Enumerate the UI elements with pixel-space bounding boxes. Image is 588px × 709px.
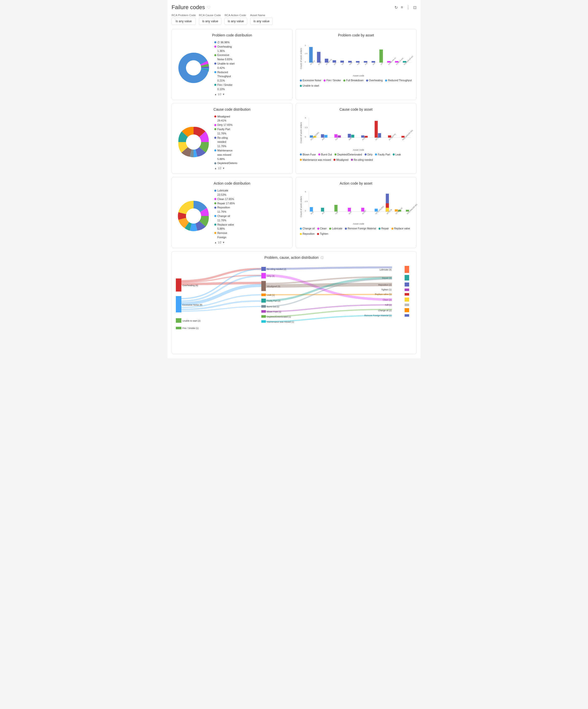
svg-text:0: 0: [305, 210, 306, 212]
cause-dist-nav: ▲1/2▼: [214, 167, 288, 169]
filter-label-1: RCA Cause Code: [199, 14, 221, 17]
problem-dist-content: ∅ 96.98% Overheating 1.36% Excessive Noi…: [176, 40, 288, 96]
filter-btn-3[interactable]: is any value: [250, 18, 273, 25]
action-asset-chart: 5 2.5 0: [305, 188, 412, 225]
svg-rect-45: [348, 134, 351, 137]
problem-dist-card: Problem code distribution: [171, 29, 292, 100]
svg-text:2.5: 2.5: [305, 200, 308, 203]
action-dist-content: Lubricate 23.53% Clean 17.65% Repair 17.…: [176, 188, 288, 244]
filter-problem-code: RCA Problem Code is any value: [171, 14, 196, 25]
svg-rect-130: [404, 314, 409, 317]
svg-rect-116: [404, 275, 409, 280]
svg-text:5: 5: [305, 117, 306, 119]
svg-rect-10: [333, 60, 336, 62]
svg-text:2.5: 2.5: [305, 126, 308, 128]
svg-rect-70: [348, 208, 351, 212]
svg-rect-104: [261, 298, 266, 303]
filter-btn-1[interactable]: is any value: [199, 18, 221, 25]
svg-text:5: 5: [305, 45, 306, 46]
svg-rect-11: [340, 60, 344, 62]
svg-rect-16: [379, 49, 383, 62]
cause-asset-title: Cause code by asset: [300, 107, 412, 111]
svg-rect-46: [351, 135, 354, 137]
problem-charts-row: Problem code distribution: [171, 29, 416, 100]
problem-dist-legend: ∅ 96.98% Overheating 1.36% Excessive Noi…: [214, 40, 288, 91]
action-asset-x-label: Asset code: [305, 222, 412, 225]
svg-text:0: 0: [305, 61, 306, 63]
svg-rect-106: [261, 305, 266, 308]
svg-rect-7: [309, 47, 313, 62]
svg-rect-126: [404, 304, 409, 306]
svg-rect-88: [176, 278, 181, 291]
cause-asset-card: Cause code by asset Count of work orders…: [296, 103, 416, 174]
svg-rect-92: [176, 318, 181, 323]
svg-rect-8: [317, 52, 320, 62]
filter-btn-0[interactable]: is any value: [171, 18, 196, 25]
filter-label-2: RCA Action Code: [224, 14, 247, 17]
info-icon[interactable]: ⓘ: [320, 256, 324, 260]
svg-rect-124: [404, 297, 409, 301]
svg-rect-120: [404, 288, 409, 291]
problem-asset-legend: Excessive Noise Fire / Smoke Full Breakd…: [300, 79, 412, 87]
action-dist-title: Action code distribution: [176, 181, 288, 185]
action-asset-title: Action code by asset: [300, 181, 412, 185]
problem-asset-card: Problem code by asset Count of work orde…: [296, 29, 416, 100]
svg-text:Tighten (1): Tighten (1): [381, 288, 392, 291]
sankey-chart: Overheating (6) Excessive Noise (8) Unab…: [176, 263, 412, 350]
svg-text:5: 5: [305, 191, 306, 193]
svg-rect-128: [404, 308, 409, 312]
svg-rect-122: [404, 293, 409, 295]
svg-rect-108: [261, 310, 266, 313]
svg-rect-67: [310, 207, 313, 212]
more-icon[interactable]: ⋮: [406, 5, 410, 10]
cause-dist-legend: Misaligned 29.41% Dirty 17.65% Faulty Pa…: [214, 114, 288, 165]
svg-text:PKG-BAILER-001: PKG-BAILER-001: [402, 129, 414, 140]
svg-rect-118: [404, 282, 409, 286]
svg-rect-13: [356, 61, 360, 62]
svg-rect-43: [335, 134, 337, 137]
svg-text:2.5: 2.5: [305, 53, 307, 54]
header-left: Failure codes ♡: [171, 4, 211, 11]
filter-action-code: RCA Action Code is any value: [224, 14, 247, 25]
cause-asset-y-label: Count of work orders: [300, 114, 304, 151]
action-asset-card: Action code by asset Count of work order…: [296, 177, 416, 248]
cause-dist-content: Misaligned 29.41% Dirty 17.65% Faulty Pa…: [176, 114, 288, 170]
cause-asset-x-label: Asset code: [305, 149, 412, 151]
svg-text:Lubricate (4): Lubricate (4): [380, 268, 392, 271]
cause-dist-title: Cause code distribution: [176, 107, 288, 111]
cause-asset-chart: 5 2.5 0: [305, 114, 412, 151]
svg-rect-69: [335, 205, 337, 212]
cause-asset-legend: Blown Fuse Burnt Out Depleted/Deteriorat…: [300, 153, 412, 161]
svg-rect-96: [261, 267, 266, 271]
svg-rect-114: [404, 266, 409, 273]
svg-rect-68: [321, 208, 324, 212]
svg-text:Fire / Smoke (1): Fire / Smoke (1): [183, 327, 199, 330]
svg-rect-94: [176, 327, 181, 329]
svg-text:0: 0: [305, 136, 306, 138]
sankey-title: Problem, cause, action distribution ⓘ: [176, 256, 412, 260]
svg-rect-112: [261, 320, 266, 323]
svg-rect-90: [176, 296, 181, 313]
sankey-card: Problem, cause, action distribution ⓘ Ov…: [171, 251, 416, 354]
dashboard-icon[interactable]: ⊡: [413, 5, 416, 10]
filter-asset-name: Asset Name is any value: [250, 14, 273, 25]
svg-rect-14: [364, 61, 367, 62]
page-title: Failure codes: [171, 4, 205, 11]
filter-label-3: Asset Name: [250, 14, 273, 17]
filter-btn-2[interactable]: is any value: [224, 18, 247, 25]
svg-rect-102: [261, 293, 266, 296]
refresh-icon[interactable]: ↻: [394, 5, 398, 10]
svg-rect-41: [321, 134, 324, 137]
problem-asset-title: Problem code by asset: [300, 33, 412, 37]
favorite-icon[interactable]: ♡: [207, 5, 211, 10]
filter-label-0: RCA Problem Code: [171, 14, 196, 17]
svg-rect-100: [261, 281, 266, 291]
filter-cause-code: RCA Cause Code is any value: [199, 14, 221, 25]
svg-text:PKG-BAILER-001: PKG-BAILER-001: [403, 55, 414, 65]
filters-row: RCA Problem Code is any value RCA Cause …: [171, 14, 416, 25]
problem-dist-title: Problem code distribution: [176, 33, 288, 37]
svg-rect-15: [372, 61, 375, 62]
filter-icon[interactable]: ≡: [401, 5, 403, 9]
action-dist-legend: Lubricate 23.53% Clean 17.65% Repair 17.…: [214, 188, 288, 240]
action-asset-legend: Change oil Clean Lubricate Remove Foreig…: [300, 227, 412, 235]
